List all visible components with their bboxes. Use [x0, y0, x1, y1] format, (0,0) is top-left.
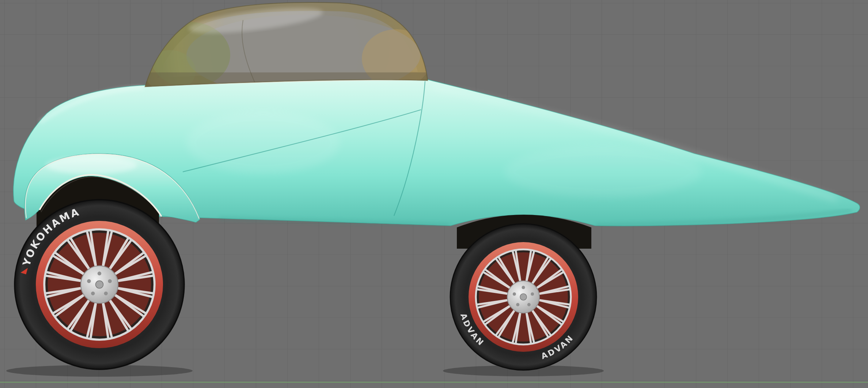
tail-reflection	[504, 146, 702, 197]
axis-line	[0, 382, 868, 383]
viewport-canvas[interactable]: ADVAN ADVAN YOKOHAMA	[0, 0, 868, 388]
rear-wheel[interactable]: ADVAN ADVAN	[450, 224, 596, 370]
fender-highlight	[46, 157, 137, 174]
door-reflection	[186, 112, 340, 174]
3d-viewport[interactable]: ADVAN ADVAN YOKOHAMA	[0, 0, 868, 388]
front-wheel[interactable]: YOKOHAMA	[15, 200, 184, 369]
